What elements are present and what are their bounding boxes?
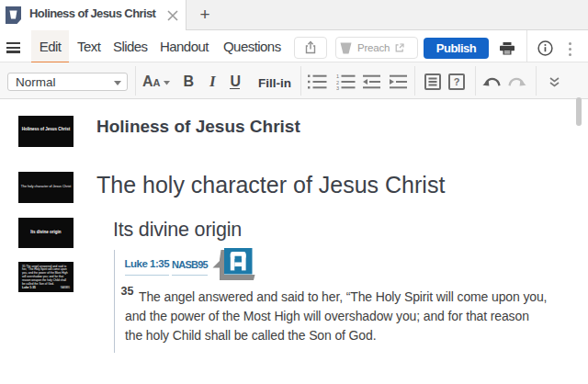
svg-text:?: ? (454, 76, 460, 87)
svg-text:3: 3 (336, 85, 339, 91)
svg-text:1: 1 (336, 74, 339, 79)
svg-text:2: 2 (336, 80, 339, 85)
